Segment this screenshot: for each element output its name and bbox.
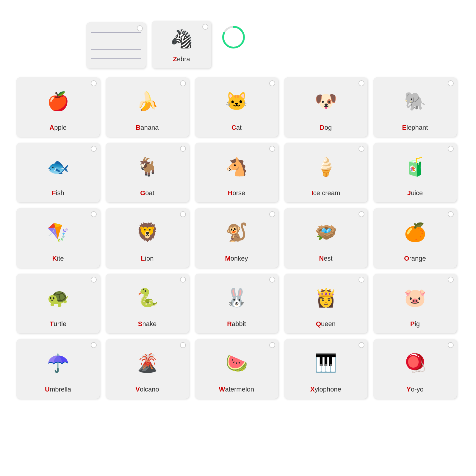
apple-rest-label: pple	[54, 124, 67, 131]
flashcard-lion[interactable]: 🦁Lion	[106, 208, 189, 268]
zebra-first-letter: Z	[173, 55, 177, 63]
umbrella-rest-label: mbrella	[50, 386, 71, 393]
horse-image: 🐴	[198, 146, 275, 188]
orange-first-letter: O	[404, 255, 409, 262]
dog-label: Dog	[287, 124, 364, 134]
flashcard-yoyo[interactable]: 🪀Yo-yo	[373, 339, 457, 399]
rabbit-image: 🐰	[198, 277, 275, 319]
goat-label: Goat	[109, 189, 186, 199]
kite-rest-label: ite	[57, 255, 64, 262]
cat-rest-label: at	[236, 124, 242, 131]
xylophone-label: Xylophone	[287, 386, 364, 396]
icecream-image: 🍦	[287, 146, 364, 188]
xylophone-rest-label: ylophone	[315, 386, 341, 393]
flashcard-banana[interactable]: 🍌Banana	[106, 77, 189, 137]
elephant-rest-label: lephant	[406, 124, 428, 131]
flashcard-snake[interactable]: 🐍Snake	[106, 274, 189, 333]
elephant-image: 🐘	[376, 80, 454, 123]
lion-first-letter: L	[141, 255, 145, 262]
icecream-rest-label: ce cream	[313, 189, 340, 197]
nest-label: Nest	[287, 255, 364, 265]
horse-label: Horse	[198, 189, 275, 199]
fish-image: 🐟	[19, 146, 97, 188]
watermelon-rest-label: atermelon	[225, 386, 254, 393]
flashcard-horse[interactable]: 🐴Horse	[195, 143, 278, 202]
volcano-image: 🌋	[109, 342, 186, 384]
goat-first-letter: G	[140, 189, 145, 197]
flashcard-goat[interactable]: 🐐Goat	[106, 143, 189, 202]
umbrella-image: ☂️	[19, 342, 97, 384]
flashcard-dog[interactable]: 🐶Dog	[284, 77, 367, 137]
horse-rest-label: orse	[233, 189, 245, 197]
flashcard-volcano[interactable]: 🌋Volcano	[106, 339, 189, 399]
banana-label: Banana	[109, 124, 186, 134]
scene: 🦓Zebra 🍎Apple🍌Banana🐱Cat🐶Dog🐘Elephant🐟Fi…	[0, 0, 476, 476]
flashcard-icecream[interactable]: 🍦Ice cream	[284, 143, 367, 202]
zebra-rest-label: ebra	[177, 55, 190, 63]
volcano-first-letter: V	[135, 386, 140, 393]
nest-image: 🪺	[287, 211, 364, 253]
cat-image: 🐱	[198, 80, 275, 123]
xylophone-image: 🎹	[287, 342, 364, 384]
lined-flashcard[interactable]	[86, 22, 146, 68]
flashcard-orange[interactable]: 🍊Orange	[373, 208, 457, 268]
elephant-label: Elephant	[376, 124, 454, 134]
juice-label: Juice	[376, 189, 454, 199]
turtle-first-letter: T	[50, 320, 54, 328]
rabbit-rest-label: abbit	[232, 320, 246, 328]
flashcard-nest[interactable]: 🪺Nest	[284, 208, 367, 268]
flashcard-fish[interactable]: 🐟Fish	[16, 143, 100, 202]
flashcard-apple[interactable]: 🍎Apple	[16, 77, 100, 137]
umbrella-first-letter: U	[45, 386, 50, 393]
juice-first-letter: J	[407, 189, 411, 197]
orange-label: Orange	[376, 255, 454, 265]
flashcard-zebra[interactable]: 🦓Zebra	[152, 21, 211, 68]
banana-rest-label: anana	[140, 124, 159, 131]
umbrella-label: Umbrella	[19, 386, 97, 396]
watermelon-image: 🍉	[198, 342, 275, 384]
xylophone-first-letter: X	[310, 386, 315, 393]
card-line	[91, 58, 141, 59]
yoyo-rest-label: o-yo	[411, 386, 424, 393]
turtle-rest-label: urtle	[54, 320, 66, 328]
flashcard-umbrella[interactable]: ☂️Umbrella	[16, 339, 100, 399]
cat-label: Cat	[198, 124, 275, 134]
turtle-image: 🐢	[19, 277, 97, 319]
flashcard-elephant[interactable]: 🐘Elephant	[373, 77, 457, 137]
flashcard-cat[interactable]: 🐱Cat	[195, 77, 278, 137]
cat-first-letter: C	[231, 124, 236, 131]
lion-rest-label: ion	[145, 255, 154, 262]
dog-first-letter: D	[320, 124, 325, 131]
flashcard-xylophone[interactable]: 🎹Xylophone	[284, 339, 367, 399]
flashcard-juice[interactable]: 🧃Juice	[373, 143, 457, 202]
flashcard-kite[interactable]: 🪁Kite	[16, 208, 100, 268]
goat-image: 🐐	[109, 146, 186, 188]
snake-first-letter: S	[138, 320, 143, 328]
zebra-label: Zebra	[155, 55, 208, 65]
flashcard-rabbit[interactable]: 🐰Rabbit	[195, 274, 278, 333]
pig-image: 🐷	[376, 277, 454, 319]
flashcard-queen[interactable]: 👸Queen	[284, 274, 367, 333]
yoyo-label: Yo-yo	[376, 386, 454, 396]
queen-first-letter: Q	[316, 320, 321, 328]
queen-label: Queen	[287, 320, 364, 330]
flashcard-pig[interactable]: 🐷Pig	[373, 274, 457, 333]
dog-rest-label: og	[325, 124, 332, 131]
nest-rest-label: est	[324, 255, 332, 262]
apple-label: Apple	[19, 124, 97, 134]
card-line	[91, 32, 141, 33]
flashcard-watermelon[interactable]: 🍉Watermelon	[195, 339, 278, 399]
goat-rest-label: oat	[145, 189, 154, 197]
banana-image: 🍌	[109, 80, 186, 123]
elephant-first-letter: E	[402, 124, 407, 131]
monkey-first-letter: M	[225, 255, 230, 262]
watermelon-label: Watermelon	[198, 386, 275, 396]
horse-first-letter: H	[228, 189, 233, 197]
flashcard-monkey[interactable]: 🐒Monkey	[195, 208, 278, 268]
flashcard-turtle[interactable]: 🐢Turtle	[16, 274, 100, 333]
card-line	[91, 49, 141, 50]
banana-first-letter: B	[136, 124, 140, 131]
queen-image: 👸	[287, 277, 364, 319]
kite-first-letter: K	[52, 255, 57, 262]
watermelon-first-letter: W	[219, 386, 225, 393]
